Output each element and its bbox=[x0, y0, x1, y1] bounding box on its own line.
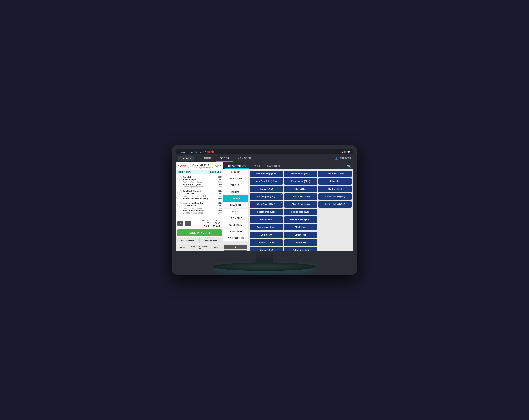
tax-value: $4.95 bbox=[215, 222, 220, 224]
remove-restore-tax-button[interactable]: REMOVE/RESTORE TAX bbox=[189, 244, 210, 251]
add-person-button[interactable]: ADD PERSON bbox=[176, 238, 200, 244]
menu-item-chop-steak-10oz[interactable]: Chop Steak (10oz)1 bbox=[250, 201, 283, 207]
person-icon: 👤 bbox=[335, 157, 338, 160]
tab-favorites[interactable]: FAVORITES bbox=[264, 163, 283, 169]
menu-item-ny-strip-12oz[interactable]: New York Strip (12oz) bbox=[250, 178, 283, 185]
menu-item-filet-mignon-12oz[interactable]: Filet Mignon (12oz)1 bbox=[284, 209, 317, 215]
subtotal-label: Subtotal bbox=[202, 219, 210, 222]
search-button[interactable]: 🔍 bbox=[347, 164, 351, 168]
scroll-up-button[interactable]: ▲ bbox=[177, 221, 183, 226]
list-item[interactable]: Fire Grilled Salmon (Half) 9.95 bbox=[183, 197, 222, 200]
order-panel: CANCEL Order #26016 General to 10 guests… bbox=[176, 162, 223, 251]
take-payment-button[interactable]: TAKE PAYMENT bbox=[177, 229, 222, 236]
device: Business Day: Thu Nov 17 #26 🔴 5:02 PM L… bbox=[172, 145, 357, 275]
menu-item-surf-turf[interactable]: Surf & Turf bbox=[250, 232, 283, 238]
order-title: Order #26016 bbox=[188, 163, 213, 167]
menu-item-flat-iron-steak[interactable]: Flat Iron Steak bbox=[318, 186, 352, 192]
cancel-button[interactable]: CANCEL bbox=[178, 165, 187, 167]
tab-tags[interactable]: TAGS bbox=[251, 163, 263, 169]
subtotal-value: $91.10 bbox=[213, 219, 220, 222]
done-button[interactable]: DONE bbox=[214, 165, 221, 167]
menu-item-porterhouse-24oz[interactable]: Porterhouse (24oz) bbox=[284, 178, 317, 185]
print-button[interactable]: PRINT bbox=[210, 244, 223, 251]
tab-order[interactable]: ORDER bbox=[215, 155, 233, 162]
menu-item-ribeye-8oz[interactable]: Ribeye (8oz) bbox=[250, 217, 283, 223]
split-button[interactable]: SPLIT bbox=[176, 244, 189, 251]
order-type-header: ORDER TYPE CUSTOMER bbox=[176, 170, 223, 174]
menu-item-steak-lobster[interactable]: Steak & Lobster bbox=[250, 239, 283, 246]
list-item[interactable]: Fish of the Day (Full) 13.95 bbox=[183, 209, 222, 212]
menu-item-filet-mignon-9oz[interactable]: Filet Mignon (9oz)1 bbox=[250, 193, 283, 200]
menu-item-porterhouse-20oz[interactable]: Porterhouse (20oz) bbox=[250, 224, 283, 230]
business-day: Business Day: Thu Nov 17 bbox=[179, 151, 206, 153]
dept-scroll-down-button[interactable]: ▼ bbox=[224, 250, 247, 251]
dept-draft-beer[interactable]: DRAFT BEER bbox=[223, 228, 248, 235]
menu-tabs: DEPARTMENTS TAGS FAVORITES 🔍 bbox=[223, 162, 353, 169]
dept-sides[interactable]: SIDES bbox=[223, 209, 248, 215]
time-display: 5:02 PM bbox=[341, 151, 350, 153]
total-label: Total bbox=[204, 225, 209, 227]
menu-item-skirt-steak[interactable]: Skirt Steak bbox=[284, 239, 317, 246]
top-bar: Business Day: Thu Nov 17 #26 🔴 5:02 PM bbox=[176, 149, 353, 154]
menu-item-prime-rib[interactable]: Prime Rib bbox=[318, 178, 352, 185]
list-item[interactable]: Crab Claws 11.95 bbox=[183, 192, 222, 195]
dept-liquor[interactable]: LIQUOR bbox=[223, 169, 248, 176]
menu-item-ribeye-12oz[interactable]: Ribeye (12oz) bbox=[250, 186, 283, 192]
group-number-1: 1 bbox=[177, 176, 182, 181]
dept-appetizers[interactable]: APPETIZERS bbox=[223, 176, 248, 182]
list-item[interactable]: Absolut 8.50 bbox=[183, 176, 222, 178]
list-item[interactable]: Sea Scallops 7.95 bbox=[183, 178, 222, 181]
dept-chicken[interactable]: CHICKEN bbox=[223, 182, 248, 189]
menu-item-delmonico-12oz[interactable]: Delmonico (12oz) bbox=[318, 171, 352, 177]
group-number-3: 3 bbox=[177, 202, 182, 207]
tab-departments[interactable]: DEPARTMENTS bbox=[225, 163, 249, 169]
list-item[interactable]: Crawfish Tails 6.95 bbox=[183, 204, 222, 207]
menu-item-filet-mignon-6oz[interactable]: Filet Mignon (6oz) bbox=[250, 209, 283, 215]
department-sidebar: LIQUOR APPETIZERS CHICKEN DRINKS STEAKS … bbox=[223, 169, 248, 251]
scroll-down-button[interactable]: ▼ bbox=[185, 221, 191, 226]
menu-items-grid: New York Strip (7 oz) Porterhouse (12oz)… bbox=[248, 169, 353, 251]
dept-drinks[interactable]: DRINKS bbox=[223, 189, 248, 195]
alert-icon: 🔴 bbox=[211, 150, 214, 153]
menu-item-ribeye-16oz[interactable]: Ribeye (16oz) bbox=[250, 247, 283, 251]
menu-item-chateaubriand-7oz[interactable]: Chateaubriand (7oz) bbox=[318, 193, 352, 200]
nav-bar: LOG OUT HOST ORDER MANAGER 👤 SUPPORT bbox=[176, 154, 353, 162]
screen: Business Day: Thu Nov 17 #26 🔴 5:02 PM L… bbox=[176, 149, 353, 251]
tax-label: Tax bbox=[207, 222, 211, 224]
menu-item-ny-strip-10oz[interactable]: New York Strip (10oz)1 bbox=[284, 217, 317, 223]
order-subtitle: General to 10 guests • Dine In bbox=[188, 167, 213, 169]
tab-host[interactable]: HOST bbox=[200, 155, 215, 162]
total-value: $96.05 bbox=[213, 225, 220, 227]
dept-scroll-up-button[interactable]: ▲ bbox=[224, 245, 247, 249]
list-item[interactable]: Top Shelf Margarita 6.95 bbox=[183, 190, 222, 192]
order-group-1: 1 Absolut 8.50 Sea Scallops 7.95 bbox=[176, 175, 223, 189]
order-number-top: #26 bbox=[207, 151, 210, 153]
log-out-button[interactable]: LOG OUT bbox=[178, 156, 194, 161]
dept-steaks[interactable]: STEAKS bbox=[223, 195, 248, 202]
menu-item-sirloin-6oz[interactable]: Sirloin (6oz) bbox=[284, 224, 317, 230]
device-stand bbox=[176, 250, 353, 271]
menu-main: LIQUOR APPETIZERS CHICKEN DRINKS STEAKS … bbox=[223, 169, 353, 251]
list-item[interactable]: Filet Mignon (9oz) 17.95 bbox=[183, 183, 222, 186]
order-totals: Subtotal $91.10 Tax $4.95 Total $96.05 bbox=[191, 219, 222, 228]
tab-manager[interactable]: MANAGER bbox=[233, 155, 255, 162]
menu-item-ny-strip-7oz[interactable]: New York Strip (7 oz) bbox=[250, 171, 283, 177]
dept-kids-meals[interactable]: KIDS MEALS bbox=[223, 215, 248, 222]
dept-seafood[interactable]: SEAFOOD bbox=[223, 202, 248, 209]
menu-item-ribeye-20oz[interactable]: Ribeye (20oz) bbox=[284, 186, 317, 192]
menu-item-sirloin-8oz[interactable]: Sirloin (8oz) bbox=[284, 232, 317, 238]
list-item[interactable]: Long Island Iced Tea 6.95 bbox=[183, 202, 222, 204]
menu-item-chop-steak-20oz[interactable]: Chop Steak (20oz)1 bbox=[284, 201, 317, 207]
menu-item-delmonico-9oz[interactable]: Delmonico (9oz) bbox=[284, 247, 317, 251]
menu-item-chop-steak-16oz[interactable]: Chop Steak (16oz)1 bbox=[284, 193, 317, 200]
dept-cocktails[interactable]: COCKTAILS bbox=[223, 222, 248, 228]
order-group-2: 2 Top Shelf Margarita 6.95 Crab Claws 11… bbox=[176, 189, 223, 201]
menu-item-porterhouse-12oz[interactable]: Porterhouse (12oz) bbox=[284, 171, 317, 177]
discounts-button[interactable]: DISCOUNTS bbox=[200, 238, 223, 244]
menu-item-chateaubriand-9oz[interactable]: Chateaubriand (9oz) bbox=[318, 201, 352, 207]
support-button[interactable]: 👤 SUPPORT bbox=[335, 157, 351, 160]
dept-wine-bottles[interactable]: WINE BOTTLES bbox=[223, 235, 248, 242]
order-header: CANCEL Order #26016 General to 10 guests… bbox=[176, 162, 223, 170]
customer-label: CUSTOMER bbox=[209, 171, 221, 173]
order-type-label: ORDER TYPE bbox=[178, 171, 209, 173]
